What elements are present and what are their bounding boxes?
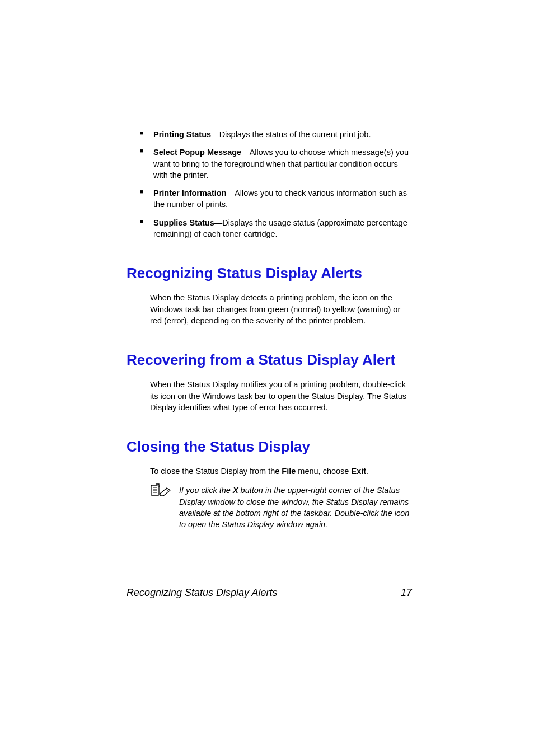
body-recognizing: When the Status Display detects a printi… (127, 292, 412, 326)
footer-divider (127, 581, 412, 581)
svg-rect-0 (151, 485, 159, 495)
text-bold: File (282, 467, 296, 476)
body-closing: To close the Status Display from the Fil… (127, 466, 412, 477)
bullet-list: Printing Status—Displays the status of t… (127, 129, 412, 240)
list-item: Supplies Status—Displays the usage statu… (153, 217, 412, 240)
note-block: If you click the X button in the upper-r… (127, 485, 412, 530)
list-item: Printing Status—Displays the status of t… (153, 129, 412, 140)
text-bold: Exit (351, 467, 366, 476)
svg-line-5 (166, 489, 168, 491)
bullet-label: Supplies Status (153, 218, 214, 227)
footer-page-number: 17 (401, 587, 412, 599)
text-fragment: If you click the (179, 486, 233, 495)
text-fragment: menu, choose (296, 467, 351, 476)
bullet-desc: —Displays the status of the current prin… (211, 130, 371, 139)
bullet-label: Select Popup Message (153, 148, 241, 157)
text-fragment: To close the Status Display from the (150, 467, 282, 476)
list-item: Printer Information—Allows you to check … (153, 187, 412, 210)
body-recovering: When the Status Display notifies you of … (127, 379, 412, 413)
note-text: If you click the X button in the upper-r… (179, 485, 412, 530)
footer-title: Recognizing Status Display Alerts (127, 587, 277, 599)
bullet-label: Printing Status (153, 130, 211, 139)
page-footer: Recognizing Status Display Alerts 17 (127, 581, 412, 599)
page-content: Printing Status—Displays the status of t… (127, 129, 412, 530)
bullet-label: Printer Information (153, 189, 227, 198)
heading-closing: Closing the Status Display (127, 438, 412, 456)
text-fragment: . (366, 467, 368, 476)
heading-recovering: Recovering from a Status Display Alert (127, 351, 412, 369)
note-icon (150, 483, 172, 497)
list-item: Select Popup Message—Allows you to choos… (153, 147, 412, 181)
heading-recognizing: Recognizing Status Display Alerts (127, 265, 412, 282)
footer-row: Recognizing Status Display Alerts 17 (127, 587, 412, 599)
text-bold: X (233, 486, 238, 495)
